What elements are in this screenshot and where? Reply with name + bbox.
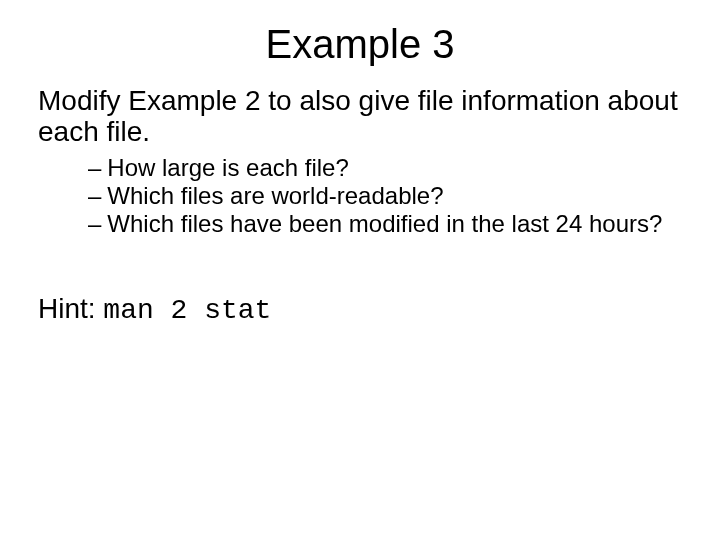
slide-title: Example 3 [0,0,720,85]
lead-paragraph: Modify Example 2 to also give file infor… [38,85,682,148]
hint-code: man 2 stat [103,295,271,326]
hint-label: Hint: [38,293,103,324]
hint-line: Hint: man 2 stat [38,293,682,326]
dash-icon: – [88,210,107,238]
bullet-list: – How large is each file? – Which files … [38,154,682,239]
list-item: – Which files have been modified in the … [88,210,682,238]
dash-icon: – [88,154,107,182]
list-item-text: Which files are world-readable? [107,182,682,210]
dash-icon: – [88,182,107,210]
slide: Example 3 Modify Example 2 to also give … [0,0,720,540]
slide-body: Modify Example 2 to also give file infor… [0,85,720,326]
list-item: – How large is each file? [88,154,682,182]
list-item: – Which files are world-readable? [88,182,682,210]
list-item-text: How large is each file? [107,154,682,182]
list-item-text: Which files have been modified in the la… [107,210,682,238]
